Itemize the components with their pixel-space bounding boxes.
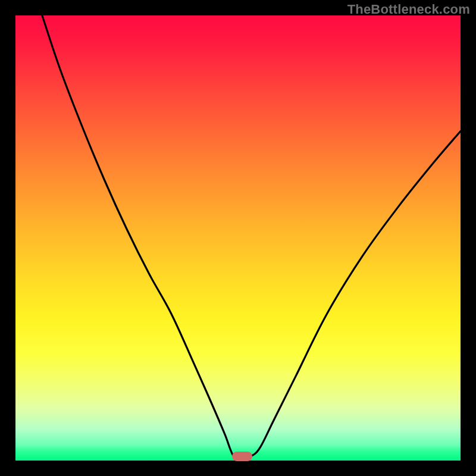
bottleneck-curve	[42, 15, 461, 459]
curve-layer	[15, 15, 461, 461]
watermark-text: TheBottleneck.com	[347, 2, 470, 17]
chart-stage: TheBottleneck.com	[0, 0, 476, 476]
optimum-marker	[232, 452, 252, 461]
